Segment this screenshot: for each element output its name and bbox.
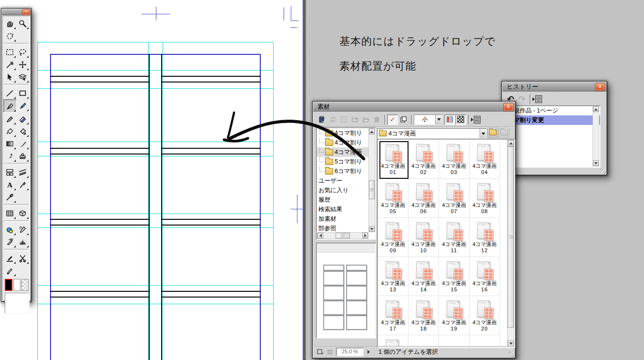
history-scrollbar[interactable]: [593, 106, 599, 166]
white-color-swatch[interactable]: [13, 279, 20, 291]
material-item[interactable]: PAG4コマ漫画19: [439, 296, 470, 335]
duplicate-window-button[interactable]: [398, 114, 409, 125]
stamp-tool[interactable]: [16, 150, 29, 162]
tone-pattern-button[interactable]: [338, 114, 349, 125]
folder-tree[interactable]: 4コマ割り4コマ割り4コマ漫画5コマ割り6コマ割りユーザーお気に入り履歴検索結果…: [316, 127, 376, 240]
resize-grip[interactable]: [509, 351, 514, 357]
tree-item[interactable]: 部参照: [317, 224, 368, 232]
black-color-swatch[interactable]: [5, 279, 12, 291]
material-item[interactable]: PAG4コマ漫画14: [409, 257, 439, 296]
scrollbar-thumb[interactable]: [508, 146, 514, 328]
line-marker-tool[interactable]: [3, 252, 16, 264]
history-titlebar[interactable]: ヒストリー: [502, 82, 606, 92]
scroll-left-button[interactable]: [317, 233, 323, 238]
transparent-color-swatch[interactable]: [21, 279, 29, 291]
zoom-tool[interactable]: [16, 17, 29, 30]
history-entry[interactable]: コマ割り変更: [506, 115, 600, 125]
panel-menu-icon[interactable]: [471, 116, 480, 123]
scroll-right-button[interactable]: [362, 233, 368, 238]
calligraphy-pen-tool[interactable]: [16, 178, 29, 191]
tool-palette[interactable]: × A: [1, 8, 31, 302]
refresh-button[interactable]: [327, 114, 338, 125]
scroll-up-button[interactable]: [508, 140, 514, 146]
marker-tool[interactable]: [3, 113, 16, 125]
tree-item[interactable]: 履歴: [317, 195, 368, 205]
close-icon[interactable]: ×: [595, 83, 605, 91]
fill-tool[interactable]: [3, 125, 16, 137]
lasso-tool[interactable]: [16, 46, 29, 58]
expand-arrow-icon[interactable]: [368, 350, 372, 354]
material-item[interactable]: PAG4コマ漫画05: [378, 179, 409, 218]
close-icon[interactable]: ×: [22, 9, 30, 15]
mesh-tool[interactable]: [16, 236, 29, 248]
speedline-pen-tool[interactable]: [3, 236, 16, 248]
eraser-tool[interactable]: [16, 113, 29, 125]
cube-tool[interactable]: [16, 207, 29, 219]
delete-trash-button[interactable]: [371, 114, 382, 125]
history-entry[interactable]: 新規作品 - 1ページ: [506, 106, 600, 115]
scroll-up-button[interactable]: [593, 106, 599, 112]
tree-item[interactable]: 4コマ漫画: [317, 147, 368, 157]
object-select-tool[interactable]: [3, 71, 16, 83]
close-icon[interactable]: ×: [503, 103, 513, 111]
zoom-level-field[interactable]: 25.0 %: [336, 348, 364, 356]
open-folder-button[interactable]: [360, 114, 371, 125]
magic-wand-tool[interactable]: [3, 58, 16, 71]
new-folder-button[interactable]: [349, 114, 360, 125]
tree-vertical-scrollbar[interactable]: [368, 128, 375, 232]
material-item[interactable]: PAG4コマ漫画18: [409, 296, 439, 335]
line-tool[interactable]: [3, 87, 16, 99]
material-item[interactable]: PAG4コマ漫画09: [378, 218, 409, 257]
scrollbar-thumb[interactable]: [369, 180, 375, 199]
panel-cut-tool[interactable]: [3, 166, 16, 178]
material-item[interactable]: PAG4コマ漫画08: [470, 179, 500, 218]
material-item[interactable]: [470, 335, 500, 347]
tree-item[interactable]: 6コマ割り: [317, 166, 368, 176]
history-list[interactable]: 新規作品 - 1ページコマ割り変更: [505, 105, 601, 168]
checker-view-toggle[interactable]: [455, 114, 466, 125]
material-item[interactable]: PAG4コマ漫画01: [378, 140, 409, 179]
material-item[interactable]: PAG4コマ漫画16: [470, 257, 500, 296]
dropdown-arrow-icon[interactable]: [435, 115, 442, 124]
scroll-down-button[interactable]: [593, 160, 599, 166]
pattern-fill-tool[interactable]: [16, 125, 29, 137]
material-item[interactable]: [409, 335, 439, 347]
dropdown-arrow-icon[interactable]: [480, 129, 486, 138]
scroll-down-button[interactable]: [508, 340, 514, 347]
material-item[interactable]: PAG4コマ漫画13: [378, 257, 409, 296]
rotate-tool[interactable]: [3, 30, 16, 42]
material-item[interactable]: PAG4コマ漫画10: [409, 218, 439, 257]
materials-window[interactable]: 素材 × ✓小 4コマ割り4コマ割り4コマ漫画5コマ割り6コマ割りユーザーお気に…: [312, 101, 516, 359]
pen-tool[interactable]: [3, 99, 17, 113]
material-grid[interactable]: PAG4コマ漫画01PAG4コマ漫画02PAG4コマ漫画03PAG4コマ漫画04…: [377, 139, 515, 348]
tree-item[interactable]: 5コマ割り: [317, 157, 368, 166]
scroll-up-button[interactable]: [369, 129, 375, 134]
material-item[interactable]: PAG4コマ漫画06: [409, 179, 439, 218]
material-item[interactable]: PAG4コマ漫画04: [470, 140, 500, 179]
panel-menu-icon[interactable]: [532, 95, 542, 103]
material-item[interactable]: PAG4コマ漫画12: [470, 218, 500, 257]
material-item[interactable]: PAG4コマ漫画07: [439, 179, 470, 218]
panel-shear-tool[interactable]: [16, 166, 29, 178]
color-blend-tool[interactable]: [3, 223, 16, 236]
move-tool[interactable]: [16, 58, 29, 71]
list-view-toggle[interactable]: [444, 114, 455, 125]
material-item[interactable]: PAG4コマ漫画15: [439, 257, 470, 296]
scissors-tool[interactable]: [16, 252, 29, 264]
history-window[interactable]: ヒストリー × ↶ ↷ 新規作品 - 1ページコマ割り変更: [501, 81, 607, 175]
material-item[interactable]: PAG4コマ漫画20: [470, 296, 500, 335]
eyedropper-tool[interactable]: [3, 191, 16, 203]
rect-select-tool[interactable]: [3, 46, 16, 58]
rectangle-tool[interactable]: [16, 87, 29, 99]
tree-item[interactable]: 4コマ割り: [317, 128, 368, 138]
material-item[interactable]: PAG4コマ漫画03: [439, 140, 470, 179]
brush-tool[interactable]: [16, 137, 29, 150]
gradient-tool[interactable]: [3, 137, 16, 150]
page-canvas[interactable]: [0, 0, 304, 360]
material-item[interactable]: PAG4コマ漫画02: [409, 140, 439, 179]
tree-item[interactable]: ユーザー: [317, 176, 368, 185]
materials-titlebar[interactable]: 素材: [313, 102, 515, 112]
show-check-toggle[interactable]: ✓: [387, 114, 398, 125]
layer-select-tool[interactable]: [16, 71, 29, 83]
tree-item[interactable]: 4コマ割り: [317, 138, 368, 147]
